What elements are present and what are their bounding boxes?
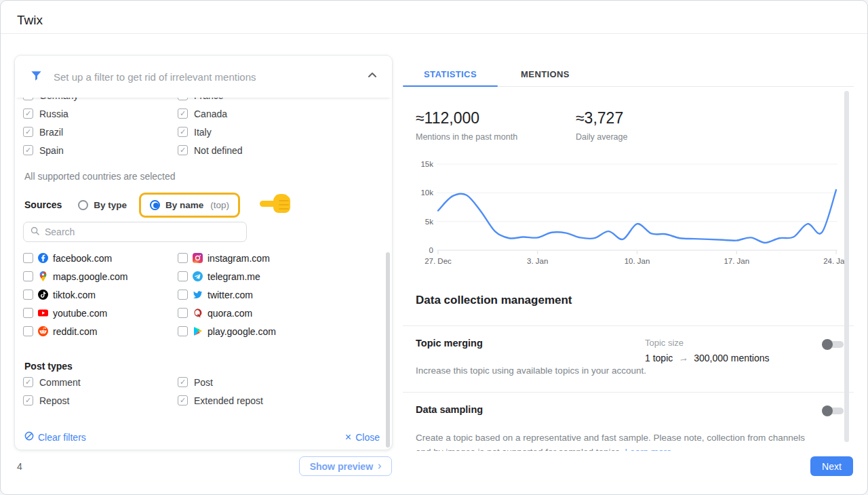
post-type-checkbox-comment[interactable]: ✓ Comment — [23, 373, 178, 391]
post-types-list: ✓ Comment ✓ Post ✓ Repost ✓ Extended rep… — [23, 373, 384, 410]
header-divider — [1, 33, 867, 34]
clear-filters-button[interactable]: Clear filters — [24, 431, 86, 443]
checkbox-checked-icon: ✓ — [23, 145, 33, 155]
chevron-up-icon[interactable] — [368, 71, 377, 83]
checkbox-checked-icon: ✓ — [23, 98, 33, 100]
step-indicator: 4 — [17, 461, 22, 472]
source-checkbox-tiktok-com[interactable]: ✓ tiktok.com — [23, 285, 178, 304]
data-sampling-section: Data sampling Create a topic based on a … — [403, 392, 854, 450]
tab-statistics[interactable]: STATISTICS — [403, 62, 498, 86]
arrow-right-icon: → — [677, 351, 689, 364]
telegram-icon — [193, 271, 203, 281]
topic-merging-title: Topic merging — [416, 338, 483, 349]
countries-list: ✓ Germany ✓ France ✓ Russia ✓ Canada ✓ B… — [23, 98, 384, 166]
country-checkbox-brazil[interactable]: ✓ Brazil — [23, 123, 178, 141]
countries-note: All supported countries are selected — [24, 171, 384, 182]
svg-text:0: 0 — [429, 246, 433, 254]
filter-panel-header[interactable]: Set up a filter to get rid of irrelevant… — [15, 56, 392, 98]
checkbox-checked-icon: ✓ — [178, 127, 188, 137]
topic-merging-description: Increase this topic using available topi… — [416, 363, 816, 378]
country-checkbox-italy[interactable]: ✓ Italy — [178, 123, 384, 141]
reddit-icon — [38, 326, 48, 336]
checkbox-empty-icon: ✓ — [178, 290, 188, 300]
radio-unselected-icon — [78, 200, 88, 210]
checkbox-checked-icon: ✓ — [178, 98, 188, 100]
topic-merging-toggle[interactable] — [822, 339, 845, 350]
post-type-checkbox-repost[interactable]: ✓ Repost — [23, 391, 178, 410]
source-checkbox-youtube-com[interactable]: ✓ youtube.com — [23, 304, 178, 322]
radio-by-name[interactable]: By name (top) — [150, 200, 229, 210]
google-play-icon — [193, 326, 203, 336]
app-window: Twix Set up a filter to get rid of irrel… — [0, 0, 868, 495]
source-checkbox-quora-com[interactable]: ✓ quora.com — [178, 304, 384, 322]
source-checkbox-reddit-com[interactable]: ✓ reddit.com — [23, 322, 178, 340]
metric-daily-average: ≈3,727 Daily average — [576, 109, 627, 142]
source-checkbox-facebook-com[interactable]: ✓ facebook.com — [23, 249, 178, 267]
country-checkbox-spain[interactable]: ✓ Spain — [23, 141, 178, 159]
source-search — [23, 222, 247, 242]
filter-panel: Set up a filter to get rid of irrelevant… — [14, 55, 393, 450]
checkbox-checked-icon: ✓ — [178, 145, 188, 155]
chevron-right-icon: › — [378, 460, 381, 472]
checkbox-checked-icon: ✓ — [23, 395, 33, 405]
pointing-hand-icon — [259, 192, 294, 218]
funnel-icon — [30, 69, 43, 85]
country-checkbox-france[interactable]: ✓ France — [178, 98, 384, 104]
checkbox-empty-icon: ✓ — [178, 253, 188, 263]
filter-body: ✓ Germany ✓ France ✓ Russia ✓ Canada ✓ B… — [15, 98, 392, 410]
country-checkbox-not-defined[interactable]: ✓ Not defined — [178, 141, 384, 159]
checkbox-empty-icon: ✓ — [178, 308, 188, 318]
checkbox-empty-icon: ✓ — [23, 308, 33, 318]
close-icon: × — [345, 432, 351, 443]
country-checkbox-canada[interactable]: ✓ Canada — [178, 104, 384, 123]
quora-icon — [193, 308, 203, 318]
filter-scrollbar[interactable] — [386, 252, 390, 448]
tab-mentions[interactable]: MENTIONS — [498, 62, 593, 86]
data-collection-title: Data collection management — [416, 294, 572, 307]
source-checkbox-maps-google-com[interactable]: ✓ maps.google.com — [23, 267, 178, 285]
sources-row: Sources By type By name (top) — [24, 191, 384, 218]
data-sampling-toggle[interactable] — [822, 405, 845, 416]
checkbox-empty-icon: ✓ — [23, 290, 33, 300]
checkbox-empty-icon: ✓ — [23, 253, 33, 263]
radio-by-type[interactable]: By type — [78, 200, 127, 210]
block-icon — [24, 431, 34, 443]
youtube-icon — [38, 308, 48, 318]
source-checkbox-telegram-me[interactable]: ✓ telegram.me — [178, 267, 384, 285]
by-name-suffix: (top) — [210, 200, 229, 210]
post-types-label: Post types — [24, 361, 384, 372]
svg-text:27. Dec: 27. Dec — [425, 257, 452, 265]
source-checkbox-play-google-com[interactable]: ✓ play.google.com — [178, 322, 384, 340]
post-type-checkbox-extended-repost[interactable]: ✓ Extended repost — [178, 391, 384, 410]
topic-merging-section: Topic merging Topic size 1 topic → 300,0… — [403, 325, 854, 392]
data-sampling-title: Data sampling — [416, 404, 483, 415]
topic-size-value: 1 topic → 300,000 mentions — [645, 352, 770, 363]
tiktok-icon — [38, 290, 48, 300]
show-preview-button[interactable]: Show preview › — [299, 456, 392, 476]
topic-size-label: Topic size — [645, 338, 684, 348]
radio-selected-icon — [150, 200, 160, 210]
sources-list: ✓ facebook.com ✓ instagram.com ✓ maps.go… — [23, 249, 384, 340]
checkbox-checked-icon: ✓ — [23, 127, 33, 137]
svg-text:17. Jan: 17. Jan — [724, 257, 749, 265]
country-checkbox-russia[interactable]: ✓ Russia — [23, 104, 178, 123]
post-type-checkbox-post[interactable]: ✓ Post — [178, 373, 384, 391]
source-checkbox-instagram-com[interactable]: ✓ instagram.com — [178, 249, 384, 267]
close-button[interactable]: × Close — [345, 432, 380, 443]
active-tab-underline — [403, 85, 498, 87]
twitter-icon — [193, 290, 203, 300]
svg-text:10k: 10k — [420, 189, 433, 197]
checkbox-checked-icon: ✓ — [178, 395, 188, 405]
search-icon — [31, 226, 39, 238]
checkbox-checked-icon: ✓ — [178, 377, 188, 387]
learn-more-link[interactable]: Learn more — [625, 447, 671, 451]
source-checkbox-twitter-com[interactable]: ✓ twitter.com — [178, 285, 384, 304]
country-checkbox-germany[interactable]: ✓ Germany — [23, 98, 178, 104]
mentions-line-chart: 05k10k15k27. Dec3. Jan10. Jan17. Jan24. … — [408, 158, 855, 273]
next-button[interactable]: Next — [810, 456, 853, 476]
search-input[interactable] — [45, 226, 239, 237]
right-panel-scrollbar[interactable] — [844, 91, 849, 442]
svg-text:5k: 5k — [425, 218, 433, 226]
filter-hint-text: Set up a filter to get rid of irrelevant… — [54, 71, 357, 83]
checkbox-checked-icon: ✓ — [178, 108, 188, 119]
